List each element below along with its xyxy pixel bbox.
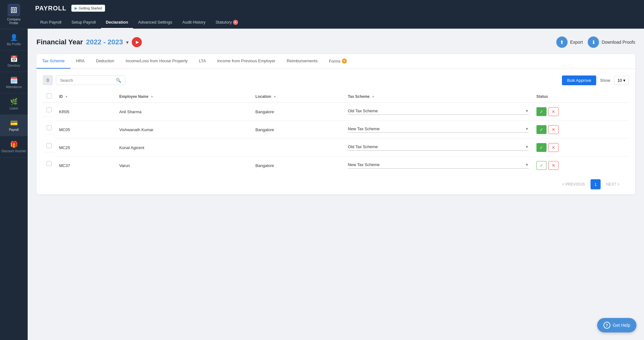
- search-box: 🔍: [56, 75, 125, 85]
- reject-button-0[interactable]: ✕: [548, 107, 558, 116]
- row-name-3: Varun: [115, 157, 252, 175]
- row-name-2: Kunal Agicent: [115, 139, 252, 157]
- approve-button-1[interactable]: ✓: [536, 125, 547, 134]
- row-checkbox-0[interactable]: [47, 107, 52, 112]
- approve-button-0[interactable]: ✓: [536, 107, 547, 116]
- reject-button-1[interactable]: ✕: [548, 125, 558, 134]
- tax-scheme-dropdown-2[interactable]: Old Tax Scheme ▼: [348, 144, 529, 151]
- col-header-employee-name: Employee Name ▼: [115, 90, 252, 103]
- tab-forms-badge: Forms ✕: [329, 59, 347, 64]
- row-name-1: Vishwanath Kumar: [115, 121, 252, 139]
- row-checkbox-cell: [43, 157, 55, 170]
- get-help-label: Get Help: [613, 323, 630, 328]
- scheme-value-3: New Tax Scheme: [348, 162, 380, 167]
- content-area: Financial Year 2022 - 2023 ▾ ⬆ Export ⬇ …: [28, 29, 644, 340]
- company-profile-label: Company Profile: [3, 18, 25, 25]
- next-page-button[interactable]: NEXT >: [603, 180, 623, 188]
- location-label: Location: [255, 94, 271, 99]
- getting-started-button[interactable]: ▶ Getting Started: [71, 5, 105, 12]
- prev-page-button[interactable]: < PREVIOUS: [559, 180, 588, 188]
- select-all-checkbox[interactable]: [47, 93, 52, 98]
- row-status-1: ✓ ✕: [533, 121, 629, 139]
- directory-icon: 📅: [10, 55, 18, 63]
- reject-button-3[interactable]: ✕: [548, 161, 558, 170]
- nav-run-payroll[interactable]: Run Payroll: [35, 16, 66, 29]
- col-header-checkbox: [43, 90, 55, 103]
- col-header-id: ID ▼: [55, 90, 115, 103]
- discount-voucher-label: Discount Voucher: [2, 149, 26, 153]
- show-label: Show: [600, 78, 610, 83]
- download-proofs-button[interactable]: ⬇ Download Proofs: [588, 36, 635, 48]
- tab-forms[interactable]: Forms ✕: [323, 54, 353, 69]
- location-filter-icon[interactable]: ▼: [273, 95, 276, 98]
- page-1-button[interactable]: 1: [591, 179, 601, 189]
- nav-setup-payroll[interactable]: Setup Payroll: [66, 16, 101, 29]
- sidebar-logo[interactable]: Company Profile: [0, 0, 28, 29]
- tax-scheme-dropdown-1[interactable]: New Tax Scheme ▼: [348, 126, 529, 133]
- tab-income-prev-employer[interactable]: Income from Previous Employer: [212, 54, 281, 69]
- export-button[interactable]: ⬆ Export: [556, 36, 583, 48]
- nav-audit-history[interactable]: Audit History: [177, 16, 211, 29]
- row-id-1: MC05: [55, 121, 115, 139]
- row-location-0: Bangalore: [252, 103, 344, 121]
- sidebar-item-leave[interactable]: 🌿 Leave: [0, 93, 28, 115]
- row-id-2: MC25: [55, 139, 115, 157]
- fy-year-dropdown[interactable]: ▾: [126, 39, 129, 45]
- approve-button-3[interactable]: ✓: [536, 161, 547, 170]
- sidebar: Company Profile 👤 My Profile 📅 Directory…: [0, 0, 28, 340]
- row-location-2: [252, 139, 344, 157]
- tab-tax-scheme[interactable]: Tax Scheme: [36, 54, 70, 69]
- tab-lta[interactable]: LTA: [193, 54, 212, 69]
- tab-hra[interactable]: HRA: [70, 54, 90, 69]
- fy-year: 2022 - 2023: [86, 38, 123, 46]
- row-scheme-2: Old Tax Scheme ▼: [344, 139, 532, 157]
- tab-reimbursements[interactable]: Reimbursements: [281, 54, 323, 69]
- sidebar-item-discount-voucher[interactable]: 🎁 Discount Voucher: [0, 136, 28, 158]
- nav-advanced-settings[interactable]: Advanced Settings: [133, 16, 177, 29]
- sidebar-item-directory[interactable]: 📅 Directory: [0, 51, 28, 72]
- row-checkbox-3[interactable]: [47, 161, 52, 166]
- statutory-label: Statutory: [215, 20, 232, 25]
- tab-deduction[interactable]: Deduction: [90, 54, 120, 69]
- fy-play-button[interactable]: [132, 37, 142, 47]
- download-proofs-label: Download Proofs: [602, 40, 635, 45]
- nav-declaration[interactable]: Declaration: [101, 16, 133, 29]
- row-checkbox-cell: [43, 121, 55, 135]
- search-input[interactable]: [60, 78, 113, 83]
- sidebar-item-payroll[interactable]: 💳 Payroll: [0, 115, 28, 136]
- help-circle-icon: ?: [603, 322, 610, 329]
- directory-label: Directory: [8, 64, 20, 67]
- nav-statutory[interactable]: Statutory ✕: [210, 16, 243, 29]
- row-status-0: ✓ ✕: [533, 103, 629, 121]
- attendance-label: Attendance: [6, 85, 22, 89]
- row-checkbox-2[interactable]: [47, 143, 52, 148]
- tax-scheme-dropdown-0[interactable]: Old Tax Scheme ▼: [348, 109, 529, 115]
- export-icon: ⬆: [556, 36, 568, 48]
- show-dropdown-icon: ▾: [623, 78, 625, 83]
- tax-scheme-dropdown-3[interactable]: New Tax Scheme ▼: [348, 162, 529, 169]
- row-checkbox-1[interactable]: [47, 125, 52, 130]
- fy-header: Financial Year 2022 - 2023 ▾ ⬆ Export ⬇ …: [36, 36, 635, 48]
- tax-scheme-filter-icon[interactable]: ▼: [372, 95, 375, 98]
- show-count-value: 10: [618, 78, 622, 83]
- row-checkbox-cell: [43, 103, 55, 117]
- get-help-button[interactable]: ? Get Help: [597, 318, 636, 332]
- id-filter-icon[interactable]: ▼: [65, 95, 68, 98]
- fy-actions: ⬆ Export ⬇ Download Proofs: [556, 36, 635, 48]
- payroll-icon: 💳: [10, 119, 18, 127]
- bulk-approve-button[interactable]: Bulk Approve: [562, 75, 596, 85]
- sidebar-item-my-profile[interactable]: 👤 My Profile: [0, 29, 28, 51]
- discount-voucher-icon: 🎁: [10, 141, 18, 148]
- top-nav: PAYROLL ▶ Getting Started: [28, 0, 644, 16]
- forms-label: Forms: [329, 59, 341, 64]
- getting-started-label: Getting Started: [79, 6, 102, 10]
- show-count-select[interactable]: 10 ▾: [614, 76, 629, 85]
- row-location-3: Bangalore: [252, 157, 344, 175]
- employee-name-filter-icon[interactable]: ▼: [150, 95, 153, 98]
- reject-button-2[interactable]: ✕: [548, 143, 558, 152]
- sidebar-item-attendance[interactable]: 🗓️ Attendance: [0, 72, 28, 93]
- payroll-label: Payroll: [9, 128, 19, 131]
- tab-income-loss-house[interactable]: Income/Loss from House Property: [120, 54, 193, 69]
- approve-button-2[interactable]: ✓: [536, 143, 547, 152]
- search-icon: 🔍: [116, 78, 121, 83]
